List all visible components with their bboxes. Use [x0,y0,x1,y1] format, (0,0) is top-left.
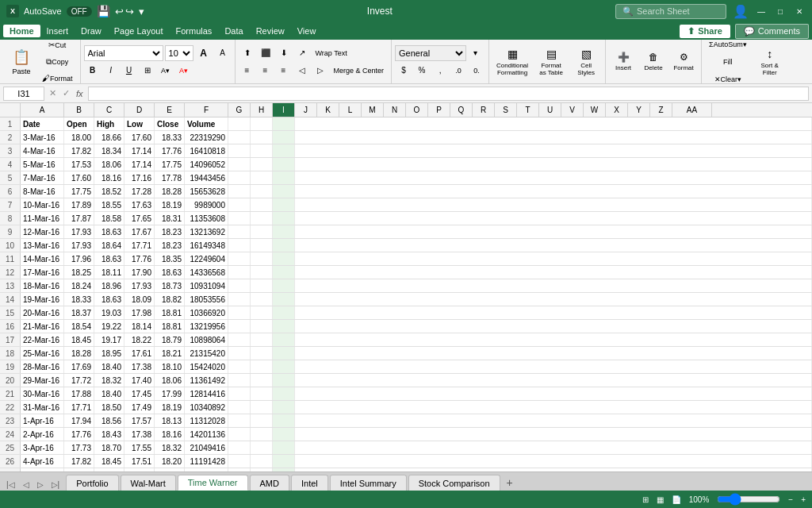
cell-H6[interactable] [251,185,273,198]
cell-B7[interactable]: 17.89 [64,198,94,211]
zoom-slider[interactable] [717,493,780,506]
tab-amd[interactable]: AMD [250,475,289,491]
cell-D25[interactable]: 17.55 [124,441,155,454]
cell-D21[interactable]: 17.45 [124,387,155,400]
cell-F9[interactable]: 13213692 [185,225,228,238]
col-header-Q[interactable]: Q [450,103,473,117]
cell-H21[interactable] [251,387,273,400]
cell-D5[interactable]: 17.16 [124,171,155,184]
menu-home[interactable]: Home [3,25,40,37]
cell-D2[interactable]: 17.60 [124,131,155,144]
cell-D18[interactable]: 17.61 [124,347,155,360]
cell-B23[interactable]: 17.94 [64,414,94,427]
cell-F23[interactable]: 11312028 [185,414,228,427]
col-header-R[interactable]: R [473,103,495,117]
cell-B19[interactable]: 17.69 [64,360,94,373]
col-header-D[interactable]: D [124,103,155,117]
cell-C24[interactable]: 18.43 [94,428,124,441]
cell-B26[interactable]: 17.82 [64,455,94,468]
cell-E18[interactable]: 18.21 [155,347,185,360]
menu-page-layout[interactable]: Page Layout [108,25,170,37]
cell-F6[interactable]: 15653628 [185,185,228,198]
cell-C2[interactable]: 18.66 [94,131,124,144]
cell-C6[interactable]: 18.52 [94,185,124,198]
cell-F16[interactable]: 13219956 [185,320,228,333]
cell-D14[interactable]: 18.09 [124,293,155,306]
cell-G14[interactable] [228,293,251,306]
align-middle-btn[interactable]: ⬛ [257,45,274,61]
cell-B18[interactable]: 18.28 [64,347,94,360]
col-header-F[interactable]: F [185,103,228,117]
cell-A14[interactable]: 19-Mar-16 [21,293,64,306]
col-header-A[interactable]: A [21,103,64,117]
cell-E6[interactable]: 18.28 [155,185,185,198]
cell-E12[interactable]: 18.63 [155,266,185,279]
cell-D24[interactable]: 17.38 [124,428,155,441]
cell-C19[interactable]: 18.40 [94,360,124,373]
cell-C7[interactable]: 18.55 [94,198,124,211]
cell-H2[interactable] [251,131,273,144]
cell-G16[interactable] [228,320,251,333]
conditional-formatting-btn[interactable]: ▦ Conditional Formatting [492,44,532,79]
autosum-btn[interactable]: Σ AutoSum ▾ [705,40,751,52]
cell-E5[interactable]: 17.78 [155,171,185,184]
cell-C10[interactable]: 18.64 [94,239,124,252]
align-top-btn[interactable]: ⬆ [239,45,256,61]
more-btn[interactable]: ▾ [139,6,144,17]
cell-D27[interactable] [124,468,155,471]
col-header-U[interactable]: U [539,103,561,117]
cell-E11[interactable]: 18.35 [155,252,185,265]
cell-D22[interactable]: 17.49 [124,401,155,414]
cell-I26[interactable] [273,455,295,468]
decrease-decimal-btn[interactable]: 0. [468,63,485,79]
cell-E15[interactable]: 18.81 [155,306,185,319]
cell-A25[interactable]: 3-Apr-16 [21,441,64,454]
col-header-S[interactable]: S [495,103,517,117]
cell-G4[interactable] [228,158,251,171]
cell-D19[interactable]: 17.38 [124,360,155,373]
cell-E17[interactable]: 18.79 [155,333,185,346]
cell-C17[interactable]: 19.17 [94,333,124,346]
redo-btn[interactable]: ↪ [125,6,134,17]
tab-intel[interactable]: Intel [291,475,328,491]
cell-E9[interactable]: 18.23 [155,225,185,238]
cell-I1[interactable] [273,117,295,130]
col-header-I[interactable]: I [273,103,295,117]
cell-A7[interactable]: 10-Mar-16 [21,198,64,211]
cell-G11[interactable] [228,252,251,265]
cell-B15[interactable]: 18.37 [64,306,94,319]
tab-stock-comparison[interactable]: Stock Comparison [408,475,500,491]
cell-I20[interactable] [273,374,295,387]
cell-F27[interactable] [185,468,228,471]
cell-A12[interactable]: 17-Mar-16 [21,266,64,279]
cell-H8[interactable] [251,212,273,225]
cell-B22[interactable]: 17.71 [64,401,94,414]
cell-I11[interactable] [273,252,295,265]
cell-C18[interactable]: 18.95 [94,347,124,360]
grid-view-btn[interactable]: ⊞ [642,495,649,504]
paste-button[interactable]: 📋 Paste [6,44,36,79]
cell-G9[interactable] [228,225,251,238]
cell-I17[interactable] [273,333,295,346]
copy-button[interactable]: ⧉ Copy [38,54,77,70]
cell-E22[interactable]: 18.19 [155,401,185,414]
bold-btn[interactable]: B [84,63,102,79]
cell-A15[interactable]: 20-Mar-16 [21,306,64,319]
cell-F3[interactable]: 16410818 [185,144,228,157]
cell-E20[interactable]: 18.06 [155,374,185,387]
cell-I23[interactable] [273,414,295,427]
cell-D11[interactable]: 17.76 [124,252,155,265]
cell-G18[interactable] [228,347,251,360]
cell-I22[interactable] [273,401,295,414]
format-painter-button[interactable]: 🖌 Format [38,71,77,85]
cell-F12[interactable]: 14336568 [185,266,228,279]
cell-F4[interactable]: 14096052 [185,158,228,171]
cell-H7[interactable] [251,198,273,211]
cell-F11[interactable]: 12249604 [185,252,228,265]
cell-B25[interactable]: 17.73 [64,441,94,454]
cell-C3[interactable]: 18.34 [94,144,124,157]
cell-A4[interactable]: 5-Mar-16 [21,158,64,171]
col-header-E[interactable]: E [155,103,185,117]
comma-btn[interactable]: , [431,63,449,79]
cell-F24[interactable]: 14201136 [185,428,228,441]
